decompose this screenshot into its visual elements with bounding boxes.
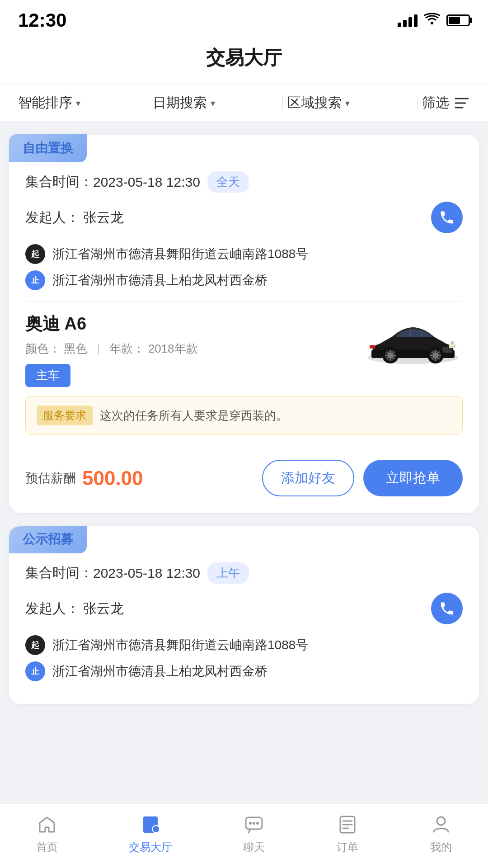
phone-icon — [439, 209, 455, 226]
chat-icon — [242, 813, 266, 836]
nav-order-label: 订单 — [337, 840, 358, 854]
initiator-row: 发起人： 张云龙 — [25, 202, 463, 233]
car-image — [363, 312, 463, 371]
service-label: 服务要求 — [37, 406, 93, 425]
home-icon — [35, 813, 59, 836]
car-name: 奥迪 A6 — [25, 312, 363, 335]
start-location-row: 起 浙江省湖州市德清县舞阳街道云岫南路1088号 — [25, 244, 463, 264]
filter-divider3 — [417, 96, 418, 110]
card-free-exchange: 自由置换 集合时间： 2023-05-18 12:30 全天 发起人： 张云龙 — [9, 135, 479, 513]
nav-trading-label: 交易大厅 — [129, 840, 172, 854]
region-filter[interactable]: 区域搜索 ▾ — [287, 94, 413, 112]
wifi-icon — [424, 13, 440, 28]
filter-divider — [148, 96, 148, 110]
page-header: 交易大厅 — [0, 36, 488, 84]
battery-icon — [446, 14, 470, 26]
end-dot-2: 止 — [25, 661, 45, 681]
time-badge-2: 上午 — [207, 562, 249, 584]
svg-point-50 — [256, 822, 259, 825]
grab-order-button[interactable]: 立即抢单 — [363, 460, 463, 496]
salary-label: 预估薪酬 — [25, 470, 76, 487]
screen-filter[interactable]: 筛选 — [422, 94, 470, 112]
nav-profile[interactable]: 我的 — [429, 813, 453, 854]
filter-icon — [454, 95, 470, 111]
meeting-time-label: 集合时间： — [25, 173, 93, 191]
end-location-row-2: 止 浙江省湖州市德清县上柏龙凤村西金桥 — [25, 661, 463, 681]
svg-rect-40 — [146, 820, 155, 821]
svg-rect-45 — [155, 829, 157, 830]
order-icon — [336, 813, 359, 836]
salary-value: 500.00 — [82, 467, 143, 490]
service-requirement: 服务要求 这次的任务所有人要求是穿西装的。 — [25, 396, 463, 435]
svg-rect-12 — [449, 344, 456, 348]
filter-divider2 — [282, 96, 283, 110]
start-dot-2: 起 — [25, 635, 45, 655]
signal-icon — [398, 14, 418, 27]
car-svg — [363, 315, 463, 369]
salary-section: 预估薪酬 500.00 — [25, 467, 143, 490]
add-friend-button[interactable]: 添加好友 — [262, 460, 354, 496]
svg-point-48 — [249, 822, 252, 825]
divider-1 — [25, 301, 463, 302]
svg-point-38 — [450, 341, 454, 344]
region-arrow-icon: ▾ — [345, 98, 350, 108]
end-address: 浙江省湖州市德清县上柏龙凤村西金桥 — [52, 272, 267, 289]
bottom-action: 预估薪酬 500.00 添加好友 立即抢单 — [25, 460, 463, 496]
meeting-time-value: 2023-05-18 12:30 — [93, 175, 200, 190]
bottom-nav: 首页 交易大厅 聊天 — [0, 803, 488, 868]
svg-rect-46 — [155, 831, 157, 832]
divider-2 — [25, 446, 463, 446]
car-section: 奥迪 A6 颜色： 黑色 | 年款： 2018年款 主车 — [25, 312, 463, 387]
start-address-2: 浙江省湖州市德清县舞阳街道云岫南路1088号 — [52, 637, 308, 654]
time-badge: 全天 — [207, 171, 249, 193]
card-tag-free-exchange: 自由置换 — [9, 134, 87, 162]
nav-order[interactable]: 订单 — [336, 813, 359, 854]
meeting-time-row: 集合时间： 2023-05-18 12:30 全天 — [25, 171, 463, 193]
card-public-recruit: 公示招募 集合时间： 2023-05-18 12:30 上午 发起人： 张云龙 — [9, 526, 479, 704]
call-button[interactable] — [431, 202, 463, 233]
date-filter[interactable]: 日期搜索 ▾ — [153, 94, 278, 112]
initiator-text-2: 发起人： 张云龙 — [25, 599, 124, 618]
end-location-row: 止 浙江省湖州市德清县上柏龙凤村西金桥 — [25, 270, 463, 290]
svg-point-55 — [437, 817, 445, 825]
action-buttons: 添加好友 立即抢单 — [262, 460, 463, 496]
start-dot: 起 — [25, 244, 45, 264]
initiator-text: 发起人： 张云龙 — [25, 208, 124, 227]
filter-bar: 智能排序 ▾ 日期搜索 ▾ 区域搜索 ▾ 筛选 — [0, 84, 488, 122]
nav-home[interactable]: 首页 — [35, 813, 59, 854]
nav-profile-label: 我的 — [430, 840, 452, 854]
svg-rect-44 — [155, 827, 157, 828]
car-badge: 主车 — [25, 364, 70, 387]
status-bar: 12:30 — [0, 0, 488, 36]
call-button-2[interactable] — [431, 593, 463, 624]
date-arrow-icon: ▾ — [211, 98, 215, 108]
nav-home-label: 首页 — [36, 840, 58, 854]
svg-point-0 — [431, 22, 433, 24]
end-dot: 止 — [25, 270, 45, 290]
meeting-time-label-2: 集合时间： — [25, 564, 93, 582]
car-info: 奥迪 A6 颜色： 黑色 | 年款： 2018年款 主车 — [25, 312, 363, 387]
nav-trading[interactable]: 交易大厅 — [129, 813, 172, 854]
nav-chat[interactable]: 聊天 — [242, 813, 266, 854]
svg-rect-42 — [146, 826, 152, 828]
card-tag-public-recruit: 公示招募 — [9, 526, 87, 553]
trading-icon — [139, 813, 162, 836]
svg-point-49 — [253, 822, 255, 825]
svg-rect-41 — [146, 823, 155, 825]
profile-icon — [429, 813, 453, 836]
initiator-row-2: 发起人： 张云龙 — [25, 593, 463, 624]
card-body-1: 集合时间： 2023-05-18 12:30 全天 发起人： 张云龙 — [9, 135, 479, 513]
start-address: 浙江省湖州市德清县舞阳街道云岫南路1088号 — [52, 245, 308, 263]
car-detail: 颜色： 黑色 | 年款： 2018年款 — [25, 341, 363, 357]
meeting-time-row-2: 集合时间： 2023-05-18 12:30 上午 — [25, 562, 463, 584]
nav-chat-label: 聊天 — [243, 840, 265, 854]
status-time: 12:30 — [18, 9, 66, 31]
end-address-2: 浙江省湖州市德清县上柏龙凤村西金桥 — [52, 663, 267, 680]
phone-icon-2 — [439, 600, 455, 617]
svg-rect-13 — [370, 345, 375, 349]
content-area: 自由置换 集合时间： 2023-05-18 12:30 全天 发起人： 张云龙 — [0, 122, 488, 790]
start-location-row-2: 起 浙江省湖州市德清县舞阳街道云岫南路1088号 — [25, 635, 463, 655]
service-text: 这次的任务所有人要求是穿西装的。 — [100, 408, 288, 424]
sort-arrow-icon: ▾ — [76, 98, 80, 108]
sort-filter[interactable]: 智能排序 ▾ — [18, 94, 143, 112]
